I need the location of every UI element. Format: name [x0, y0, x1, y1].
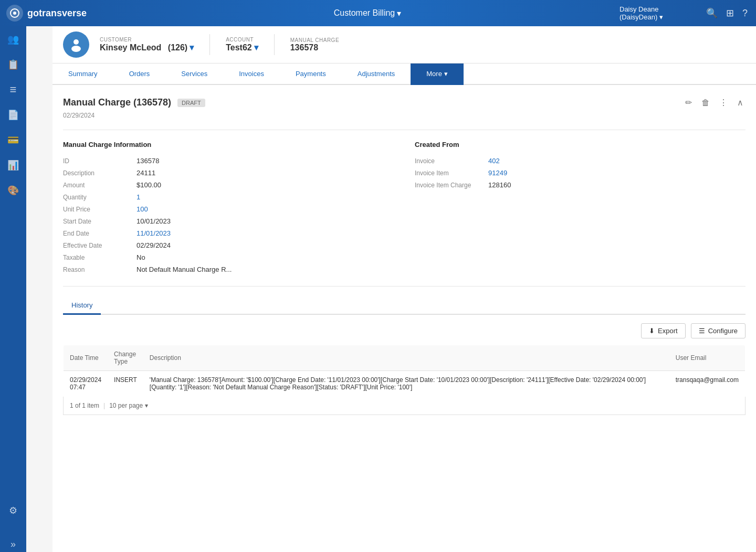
history-tab[interactable]: History [63, 297, 101, 315]
svg-point-1 [13, 12, 16, 15]
account-label: ACCOUNT [226, 37, 258, 43]
account-section: ACCOUNT Test62 ▾ [226, 37, 258, 52]
user-menu[interactable]: Daisy Deane (DaisyDean) ▾ [620, 5, 698, 21]
history-section: History ⬇ Export ☰ Configure Date Time C… [63, 297, 746, 415]
customer-name-area: Kinsey McLeod (126) ▾ [100, 43, 194, 52]
grid-icon[interactable]: ⊞ [726, 7, 734, 19]
info-row-quantity: Quantity 1 [63, 191, 394, 203]
history-controls: ⬇ Export ☰ Configure [63, 323, 746, 338]
configure-icon: ☰ [699, 327, 705, 335]
sidebar: 👥 📋 ≡ 📄 💳 📊 🎨 ⚙ » [0, 0, 26, 552]
created-from-section: Created From Invoice 402 Invoice Item 91… [415, 141, 746, 275]
delete-icon[interactable]: 🗑 [699, 96, 712, 110]
value-invoice-item-charge: 128160 [488, 181, 511, 189]
collapse-icon[interactable]: ∧ [735, 95, 746, 110]
value-invoice[interactable]: 402 [488, 157, 500, 165]
label-description: Description [63, 169, 136, 177]
info-row-start-date: Start Date 10/01/2023 [63, 215, 394, 227]
tab-invoices[interactable]: Invoices [223, 63, 280, 85]
info-row-effective-date: Effective Date 02/29/2024 [63, 239, 394, 251]
per-page-chevron[interactable]: ▾ [145, 402, 148, 409]
info-row-unit-price: Unit Price 100 [63, 203, 394, 215]
sidebar-item-chart[interactable]: 📊 [5, 157, 21, 173]
cell-description: 'Manual Charge: 136578'[Amount: '$100.00… [143, 371, 669, 397]
brand-logo-area: gotransverse [0, 5, 116, 22]
sidebar-item-palette[interactable]: 🎨 [5, 183, 21, 198]
info-row-description: Description 24111 [63, 167, 394, 179]
info-row-invoice-item: Invoice Item 91249 [415, 167, 746, 179]
sidebar-item-list[interactable]: ≡ [5, 82, 21, 98]
module-title: Customer Billing [334, 8, 395, 18]
label-invoice: Invoice [415, 157, 488, 165]
account-value-area: Test62 ▾ [226, 43, 258, 52]
configure-button[interactable]: ☰ Configure [691, 323, 746, 338]
module-title-area: Customer Billing ▾ [116, 8, 620, 18]
value-amount: $100.00 [136, 181, 161, 189]
sidebar-item-document[interactable]: 📄 [5, 107, 21, 123]
label-effective-date: Effective Date [63, 242, 136, 249]
value-quantity[interactable]: 1 [136, 193, 140, 201]
cell-user-email: transqaqa@gmail.com [669, 371, 746, 397]
per-page: 10 per page ▾ [109, 402, 148, 409]
tab-summary[interactable]: Summary [52, 63, 113, 85]
more-options-icon[interactable]: ⋮ [717, 95, 730, 110]
customer-id: (126) [168, 43, 187, 52]
value-reason: Not Default Manual Charge R... [136, 266, 232, 273]
separator-1 [209, 34, 210, 55]
module-arrow[interactable]: ▾ [397, 8, 401, 18]
value-unit-price[interactable]: 100 [136, 205, 148, 213]
tab-orders[interactable]: Orders [113, 63, 166, 85]
charge-date: 02/29/2024 [63, 112, 746, 119]
info-row-reason: Reason Not Default Manual Charge R... [63, 263, 394, 275]
customer-dropdown-arrow[interactable]: ▾ [190, 43, 194, 52]
divider-2 [63, 286, 746, 286]
value-end-date[interactable]: 11/01/2023 [136, 229, 171, 237]
value-taxable: No [136, 253, 145, 261]
tab-bar: Summary Orders Services Invoices Payment… [52, 63, 756, 85]
value-start-date: 10/01/2023 [136, 217, 171, 225]
label-taxable: Taxable [63, 254, 136, 261]
charge-section: MANUAL CHARGE 136578 [290, 37, 339, 52]
pagination: 1 of 1 item | 10 per page ▾ [63, 397, 746, 415]
search-icon[interactable]: 🔍 [706, 7, 718, 19]
table-header-row: Date Time ChangeType Description User Em… [64, 345, 746, 371]
info-row-invoice-item-charge: Invoice Item Charge 128160 [415, 179, 746, 191]
account-dropdown-arrow[interactable]: ▾ [254, 43, 258, 52]
col-change-type: ChangeType [108, 345, 143, 371]
export-button[interactable]: ⬇ Export [641, 323, 686, 338]
sidebar-item-settings[interactable]: ⚙ [5, 503, 21, 518]
label-invoice-item-charge: Invoice Item Charge [415, 182, 488, 189]
sidebar-expand[interactable]: » [5, 536, 21, 552]
label-quantity: Quantity [63, 194, 136, 201]
sidebar-item-card[interactable]: 💳 [5, 132, 21, 148]
tab-adjustments[interactable]: Adjustments [342, 63, 411, 85]
sidebar-item-users[interactable]: 👥 [5, 31, 21, 47]
label-amount: Amount [63, 182, 136, 189]
tab-payments[interactable]: Payments [280, 63, 342, 85]
info-row-end-date: End Date 11/01/2023 [63, 227, 394, 239]
help-icon[interactable]: ? [742, 8, 748, 19]
value-invoice-item[interactable]: 91249 [488, 169, 507, 177]
label-start-date: Start Date [63, 218, 136, 225]
info-grid: Manual Charge Information ID 136578 Desc… [63, 141, 746, 275]
edit-icon[interactable]: ✏ [683, 95, 694, 110]
brand-name: gotransverse [27, 8, 87, 19]
tab-more[interactable]: More ▾ [411, 63, 463, 85]
charge-header: Manual Charge (136578) DRAFT ✏ 🗑 ⋮ ∧ [63, 95, 746, 110]
info-row-amount: Amount $100.00 [63, 179, 394, 191]
charge-label: MANUAL CHARGE [290, 37, 339, 43]
history-tab-bar: History [63, 297, 746, 315]
value-effective-date: 02/29/2024 [136, 241, 171, 249]
items-count: 1 of 1 item [70, 402, 99, 409]
customer-name: Kinsey McLeod [100, 43, 161, 52]
charge-actions: ✏ 🗑 ⋮ ∧ [683, 95, 746, 110]
charge-title: Manual Charge (136578) [63, 97, 171, 108]
draft-badge: DRAFT [177, 99, 205, 107]
info-row-taxable: Taxable No [63, 251, 394, 263]
main-content: Manual Charge (136578) DRAFT ✏ 🗑 ⋮ ∧ 02/… [52, 85, 756, 552]
sidebar-item-clipboard[interactable]: 📋 [5, 57, 21, 72]
col-description: Description [143, 345, 669, 371]
info-row-invoice: Invoice 402 [415, 155, 746, 167]
charge-value: 136578 [290, 43, 339, 52]
tab-services[interactable]: Services [165, 63, 223, 85]
